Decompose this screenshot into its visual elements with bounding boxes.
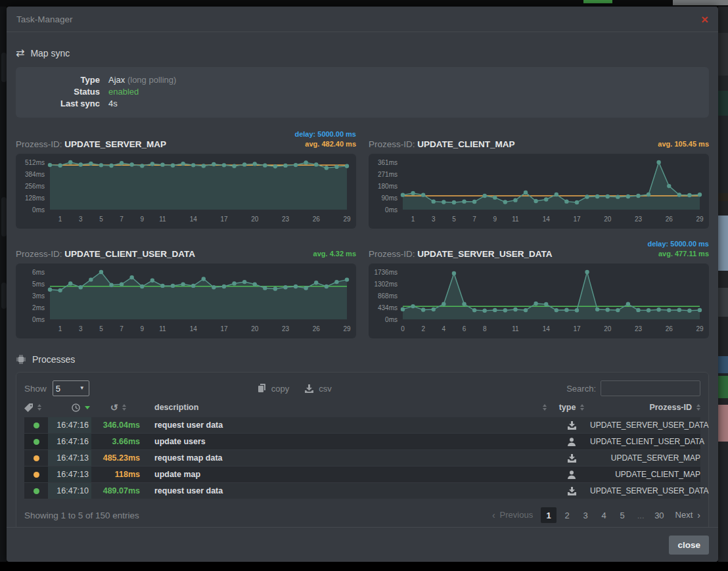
page-button-1[interactable]: 1 [541, 507, 557, 523]
chart-stats: delay: 5000.00 ms avg. 477.11 ms [647, 239, 709, 260]
chart-title: Prozess-ID: UPDATE_SERVER_USER_DATA [369, 249, 553, 260]
close-icon[interactable]: × [701, 13, 708, 26]
svg-text:271ms: 271ms [378, 171, 398, 178]
time-cell: 16:47:13 [48, 450, 91, 466]
duration-cell: 489.07ms [91, 486, 145, 495]
avg-label: avg. 482.40 ms [294, 139, 356, 149]
description-cell: request user data [145, 421, 553, 430]
description-cell: request user data [145, 486, 553, 495]
svg-text:868ms: 868ms [378, 292, 398, 300]
show-label: Show [24, 384, 47, 394]
copy-button[interactable]: copy [258, 384, 289, 394]
page-button-4[interactable]: 4 [596, 507, 612, 523]
background-left-edge [0, 7, 7, 562]
svg-text:1736ms: 1736ms [374, 269, 398, 276]
svg-text:23: 23 [635, 216, 643, 223]
last-sync-label: Last sync [16, 98, 100, 110]
close-button[interactable]: close [669, 536, 709, 555]
svg-text:26: 26 [313, 325, 321, 332]
svg-text:0: 0 [401, 325, 405, 332]
svg-text:14: 14 [543, 325, 551, 332]
chart-title: Prozess-ID: UPDATE_SERVER_MAP [16, 139, 166, 150]
svg-text:6ms: 6ms [32, 269, 45, 276]
svg-text:29: 29 [696, 216, 704, 223]
background-scrollbar-segment [673, 0, 728, 5]
duration-cell: 118ms [91, 470, 145, 479]
svg-text:26: 26 [666, 216, 673, 223]
map-sync-heading-label: Map sync [30, 48, 70, 58]
delay-label: delay: 5000.00 ms [647, 239, 709, 249]
svg-text:434ms: 434ms [378, 304, 398, 311]
column-header-time[interactable] [48, 403, 91, 412]
avg-label: avg. 477.11 ms [647, 249, 709, 259]
svg-text:1302ms: 1302ms [374, 281, 398, 288]
chart-stats: delay: 5000.00 ms avg. 482.40 ms [294, 129, 356, 150]
show-entries-select[interactable]: 5 [53, 380, 89, 396]
svg-text:90ms: 90ms [382, 194, 398, 202]
delay-label: delay: 5000.00 ms [294, 129, 356, 139]
svg-text:4: 4 [442, 325, 446, 332]
prozess-id-cell: UPDATE_CLIENT_MAP [590, 470, 700, 479]
svg-text:5: 5 [452, 216, 456, 223]
page-ellipsis: ... [633, 507, 648, 523]
pagination: ‹ Previous 12345...30 Next › [492, 507, 700, 523]
chart-title: Prozess-ID: UPDATE_CLIENT_MAP [369, 139, 515, 150]
previous-page-button[interactable]: ‹ Previous [492, 510, 533, 520]
svg-text:0ms: 0ms [385, 206, 398, 214]
svg-text:17: 17 [573, 325, 581, 332]
chip-icon [16, 354, 26, 365]
svg-text:9: 9 [140, 216, 144, 223]
process-table-body: 16:47:16346.04msrequest user dataUPDATE_… [24, 417, 700, 499]
svg-text:180ms: 180ms [378, 183, 398, 190]
table-header-row: ↺ description type Prozess-ID [24, 398, 700, 417]
history-icon: ↺ [110, 403, 118, 412]
info-row-type: Type Ajax (long polling) [16, 74, 709, 86]
svg-text:2: 2 [421, 325, 425, 332]
svg-text:0ms: 0ms [385, 316, 398, 323]
column-header-prozess-id[interactable]: Prozess-ID [590, 403, 700, 412]
svg-text:29: 29 [343, 325, 351, 332]
svg-text:9: 9 [493, 216, 497, 223]
chart-stats: avg. 105.45 ms [658, 129, 709, 150]
status-dot-icon [34, 472, 39, 478]
svg-text:3: 3 [79, 216, 83, 223]
user-icon [553, 470, 590, 479]
svg-text:17: 17 [220, 216, 228, 223]
column-header-status[interactable] [24, 403, 48, 412]
page-button-3[interactable]: 3 [578, 507, 593, 523]
column-header-duration[interactable]: ↺ [91, 403, 145, 412]
svg-text:26: 26 [666, 325, 673, 332]
next-page-button[interactable]: Next › [675, 510, 700, 520]
time-cell: 16:47:13 [48, 467, 91, 482]
svg-text:5: 5 [99, 325, 103, 332]
time-cell: 16:47:16 [48, 434, 91, 449]
csv-button[interactable]: csv [305, 384, 332, 394]
entries-summary: Showing 1 to 5 of 150 entries [24, 511, 139, 520]
page-button-2[interactable]: 2 [559, 507, 575, 523]
svg-text:5ms: 5ms [32, 281, 45, 288]
search-input[interactable] [601, 380, 700, 396]
avg-label: avg. 105.45 ms [658, 139, 709, 149]
status-cell [24, 417, 48, 433]
column-header-description[interactable]: description [145, 403, 553, 412]
modal-title: Task-Manager [16, 14, 73, 24]
chart-panel: 361ms271ms180ms90ms0ms135791114172023262… [369, 154, 709, 229]
chart-panel: 512ms384ms256ms128ms0ms13579111417202326… [16, 154, 356, 229]
prozess-id-cell: UPDATE_SERVER_USER_DATA [590, 421, 700, 430]
chart-panel: 1736ms1302ms868ms434ms0ms024681114172023… [369, 263, 709, 338]
svg-text:20: 20 [604, 216, 612, 223]
copy-icon [258, 384, 266, 393]
svg-text:14: 14 [190, 216, 198, 223]
svg-text:20: 20 [251, 325, 259, 332]
svg-text:3: 3 [79, 325, 83, 332]
download-icon [553, 421, 590, 430]
description-cell: request map data [145, 453, 553, 463]
column-header-type[interactable]: type [553, 403, 590, 412]
page-button-5[interactable]: 5 [614, 507, 630, 523]
svg-text:14: 14 [190, 325, 198, 332]
tag-icon [24, 403, 33, 412]
svg-text:20: 20 [604, 325, 612, 332]
page-button-30[interactable]: 30 [651, 507, 667, 523]
modal-body: ⇄ Map sync Type Ajax (long polling) Stat… [7, 32, 718, 527]
svg-text:7: 7 [120, 216, 124, 223]
